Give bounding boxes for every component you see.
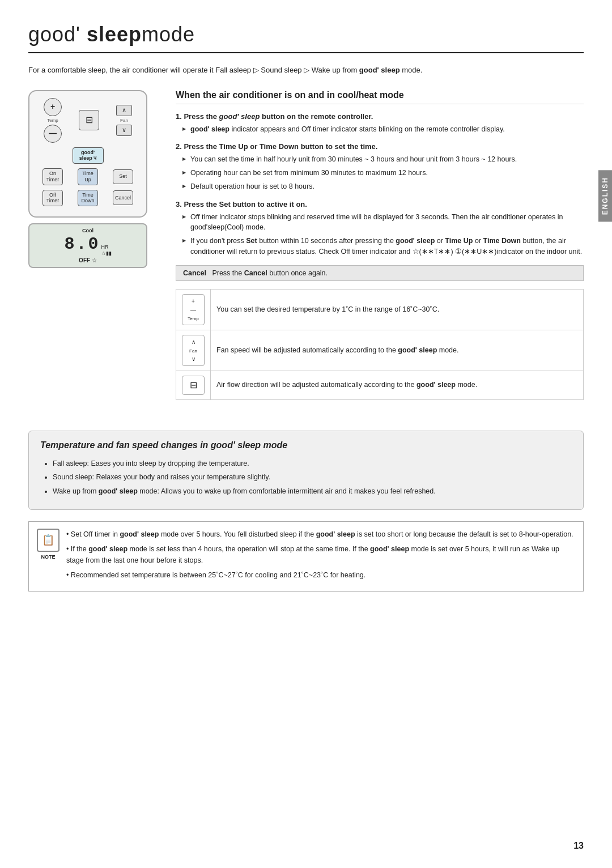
temp-bullet-2: Sound sleep: Relaxes your body and raise… [53, 472, 572, 483]
note-icon: 📋 NOTE [37, 529, 60, 584]
note-box: 📋 NOTE • Set Off timer in good' sleep mo… [28, 521, 584, 592]
section-heading: When the air conditioner is on and in co… [176, 90, 584, 104]
display-screen: Cool 8.0 HR ☆▮▮ OFF ☆ [28, 223, 147, 268]
temp-label: Temp [47, 118, 58, 123]
note-content: • Set Off timer in good' sleep mode over… [66, 529, 575, 584]
fan-up-btn[interactable]: ∧ [116, 105, 132, 116]
step-3: 3. Press the Set button to active it on.… [176, 200, 584, 257]
plus-btn[interactable]: + [44, 98, 62, 116]
step-2-bullet-1: You can set the time in half hourly unit… [182, 154, 584, 165]
display-cool-label: Cool [34, 228, 142, 233]
time-up-btn[interactable]: TimeUp [78, 168, 98, 185]
feature-row-airflow: ⊟ Air flow direction will be adjusted au… [176, 371, 584, 399]
intro-text: For a comfortable sleep, the air conditi… [28, 65, 584, 76]
step-1-bullet-1: good' sleep indicator appears and Off ti… [182, 124, 584, 135]
minus-btn[interactable]: — [44, 125, 62, 143]
airflow-icon: ⊟ [182, 376, 205, 395]
remote-illustration: + Temp — ⊟ ∧ Fan ∨ good'sleep ☟ OnTim [28, 90, 159, 414]
cancel-btn[interactable]: Cancel [113, 190, 133, 205]
feature-row-fan: ∧Fan∨ Fan speed will be adjusted automat… [176, 330, 584, 371]
time-down-btn[interactable]: TimeDown [78, 190, 98, 207]
fan-icon-cell: ∧Fan∨ [176, 330, 211, 371]
note-item-3: • Recommended set temperature is between… [66, 569, 575, 581]
temp-bullet-3: Wake up from good' sleep mode: Allows yo… [53, 486, 572, 497]
temp-icon: +—Temp [182, 294, 205, 325]
step-1-title: 1. Press the good' sleep button on the r… [176, 112, 584, 121]
temp-description: You can set the desired temperature by 1… [211, 289, 584, 330]
right-content: When the air conditioner is on and in co… [176, 90, 584, 414]
page-title: good' sleepmode [28, 23, 584, 53]
cancel-label: Cancel [183, 269, 206, 277]
step-3-bullet-2: If you don't press Set button within 10 … [182, 236, 584, 257]
step-2-bullet-3: Default operation hour is set to 8 hours… [182, 181, 584, 192]
note-item-2: • If the good' sleep mode is set less th… [66, 543, 575, 566]
airflow-icon-cell: ⊟ [176, 371, 211, 399]
step-2: 2. Press the Time Up or Time Down button… [176, 142, 584, 192]
fan-description: Fan speed will be adjusted automatically… [211, 330, 584, 371]
temp-icon-cell: +—Temp [176, 289, 211, 330]
off-timer-btn[interactable]: OffTimer [42, 190, 63, 207]
top-section: + Temp — ⊟ ∧ Fan ∨ good'sleep ☟ OnTim [28, 90, 584, 414]
page-number: 13 [573, 841, 584, 851]
fan-label: Fan [120, 118, 128, 123]
feature-table: +—Temp You can set the desired temperatu… [176, 289, 584, 400]
note-item-1: • Set Off timer in good' sleep mode over… [66, 529, 575, 540]
display-digits: 8.0 [64, 235, 100, 254]
step-1: 1. Press the good' sleep button on the r… [176, 112, 584, 135]
temp-section: Temperature and fan speed changes in goo… [28, 431, 584, 510]
step-1-bullets: good' sleep indicator appears and Off ti… [176, 124, 584, 135]
signal-icon: ☆▮▮ [101, 250, 112, 256]
step-2-bullets: You can set the time in half hourly unit… [176, 154, 584, 192]
cancel-box: Cancel Press the Cancel button once agai… [176, 265, 584, 281]
hr-label: HR [101, 244, 109, 250]
temp-bullet-1: Fall asleep: Eases you into sleep by dro… [53, 458, 572, 469]
good-sleep-btn[interactable]: good'sleep ☟ [73, 147, 104, 164]
step-2-title: 2. Press the Time Up or Time Down button… [176, 142, 584, 151]
fan-down-btn[interactable]: ∨ [116, 125, 132, 136]
english-sidebar-label: ENGLISH [598, 170, 612, 222]
on-timer-btn[interactable]: OnTimer [42, 168, 63, 185]
temp-section-heading: Temperature and fan speed changes in goo… [40, 440, 572, 450]
fan-icon: ∧Fan∨ [182, 335, 205, 366]
display-off: OFF ☆ [34, 257, 142, 263]
step-3-title: 3. Press the Set button to active it on. [176, 200, 584, 209]
remote-body: + Temp — ⊟ ∧ Fan ∨ good'sleep ☟ OnTim [28, 90, 147, 218]
step-2-bullet-2: Operating hour can be set from minimum 3… [182, 168, 584, 178]
step-3-bullets: Off timer indicator stops blinking and r… [176, 212, 584, 257]
airflow-btn[interactable]: ⊟ [79, 110, 99, 130]
airflow-description: Air flow direction will be adjusted auto… [211, 371, 584, 399]
set-btn[interactable]: Set [113, 169, 133, 184]
note-label: NOTE [37, 553, 60, 561]
temp-bullet-list: Fall asleep: Eases you into sleep by dro… [40, 458, 572, 497]
step-3-bullet-1: Off timer indicator stops blinking and r… [182, 212, 584, 233]
feature-row-temp: +—Temp You can set the desired temperatu… [176, 289, 584, 330]
